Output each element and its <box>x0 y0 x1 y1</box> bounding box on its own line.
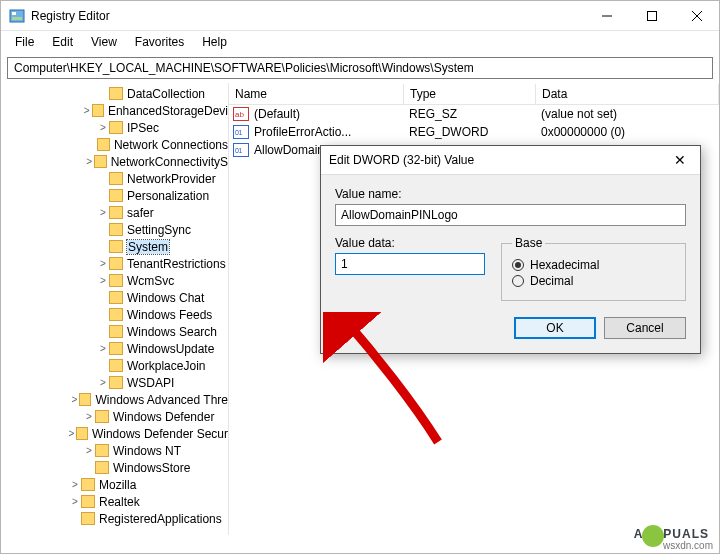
tree-node[interactable]: >Windows Advanced Thre <box>1 391 228 408</box>
value-data-input[interactable] <box>335 253 485 275</box>
menu-help[interactable]: Help <box>194 33 235 51</box>
address-input[interactable] <box>7 57 713 79</box>
tree-label: WindowsStore <box>113 461 190 475</box>
value-type: REG_DWORD <box>407 125 539 139</box>
expand-icon[interactable]: > <box>97 122 109 133</box>
expand-icon[interactable]: > <box>83 411 95 422</box>
svg-rect-1 <box>12 12 16 15</box>
dialog-close-button[interactable]: ✕ <box>668 152 692 168</box>
tree-node[interactable]: Windows Chat <box>1 289 228 306</box>
expand-icon[interactable]: > <box>82 105 92 116</box>
tree-node[interactable]: >NetworkConnectivityS <box>1 153 228 170</box>
radio-hexadecimal[interactable]: Hexadecimal <box>512 258 675 272</box>
tree-node[interactable]: >Windows Defender Secur <box>1 425 228 442</box>
tree-label: Realtek <box>99 495 140 509</box>
radio-decimal[interactable]: Decimal <box>512 274 675 288</box>
tree-node[interactable]: Network Connections <box>1 136 228 153</box>
folder-icon <box>109 121 123 134</box>
expand-icon[interactable]: > <box>83 445 95 456</box>
tree-node[interactable]: >TenantRestrictions <box>1 255 228 272</box>
maximize-button[interactable] <box>629 2 674 30</box>
tree-label: safer <box>127 206 154 220</box>
string-icon <box>233 107 249 121</box>
tree-node[interactable]: >WindowsUpdate <box>1 340 228 357</box>
ok-button[interactable]: OK <box>514 317 596 339</box>
tree-node[interactable]: Windows Search <box>1 323 228 340</box>
svg-rect-2 <box>12 17 22 20</box>
expand-icon[interactable]: > <box>97 377 109 388</box>
column-name[interactable]: Name <box>229 84 404 104</box>
base-group: Base Hexadecimal Decimal <box>501 236 686 301</box>
tree-label: RegisteredApplications <box>99 512 222 526</box>
expand-icon[interactable]: > <box>69 394 79 405</box>
expand-icon[interactable]: > <box>69 496 81 507</box>
tree-label: Windows Defender <box>113 410 214 424</box>
menu-view[interactable]: View <box>83 33 125 51</box>
menu-edit[interactable]: Edit <box>44 33 81 51</box>
tree-node[interactable]: >WSDAPI <box>1 374 228 391</box>
expand-icon[interactable]: > <box>97 343 109 354</box>
expand-icon[interactable]: > <box>67 428 77 439</box>
column-data[interactable]: Data <box>536 84 719 104</box>
column-type[interactable]: Type <box>404 84 536 104</box>
value-name: ProfileErrorActio... <box>252 125 407 139</box>
folder-icon <box>109 308 123 321</box>
expand-icon[interactable]: > <box>97 275 109 286</box>
folder-icon <box>109 189 123 202</box>
window-title: Registry Editor <box>31 9 584 23</box>
tree-node[interactable]: >IPSec <box>1 119 228 136</box>
tree-label: Windows Search <box>127 325 217 339</box>
minimize-button[interactable] <box>584 2 629 30</box>
address-bar <box>1 53 719 83</box>
svg-rect-0 <box>10 10 24 22</box>
tree-node[interactable]: SettingSync <box>1 221 228 238</box>
folder-icon <box>95 410 109 423</box>
tree-node[interactable]: >Windows Defender <box>1 408 228 425</box>
tree-node[interactable]: System <box>1 238 228 255</box>
expand-icon[interactable]: > <box>69 479 81 490</box>
tree-node[interactable]: RegisteredApplications <box>1 510 228 527</box>
tree-node[interactable]: >Mozilla <box>1 476 228 493</box>
watermark-post: PUALS <box>663 527 709 541</box>
value-name-label: Value name: <box>335 187 686 201</box>
dialog-titlebar[interactable]: Edit DWORD (32-bit) Value ✕ <box>321 146 700 175</box>
folder-icon <box>76 427 88 440</box>
value-name-field <box>335 204 686 226</box>
tree-view[interactable]: DataCollection>EnhancedStorageDevi>IPSec… <box>1 83 229 535</box>
tree-label: SettingSync <box>127 223 191 237</box>
svg-rect-4 <box>647 11 656 20</box>
tree-label: Windows Chat <box>127 291 204 305</box>
tree-node[interactable]: WindowsStore <box>1 459 228 476</box>
tree-node[interactable]: Windows Feeds <box>1 306 228 323</box>
cancel-button[interactable]: Cancel <box>604 317 686 339</box>
tree-node[interactable]: DataCollection <box>1 85 228 102</box>
folder-icon <box>109 206 123 219</box>
tree-label: Windows Advanced Thre <box>95 393 228 407</box>
tree-label: System <box>127 240 169 254</box>
value-row[interactable]: ProfileErrorActio...REG_DWORD0x00000000 … <box>229 123 719 141</box>
value-data: (value not set) <box>539 107 719 121</box>
expand-icon[interactable]: > <box>97 207 109 218</box>
folder-icon <box>109 291 123 304</box>
tree-node[interactable]: WorkplaceJoin <box>1 357 228 374</box>
menu-file[interactable]: File <box>7 33 42 51</box>
tree-label: DataCollection <box>127 87 205 101</box>
tree-node[interactable]: >EnhancedStorageDevi <box>1 102 228 119</box>
folder-icon <box>81 478 95 491</box>
tree-node[interactable]: >Windows NT <box>1 442 228 459</box>
expand-icon[interactable]: > <box>97 258 109 269</box>
tree-node[interactable]: >safer <box>1 204 228 221</box>
dialog-title: Edit DWORD (32-bit) Value <box>329 153 668 167</box>
tree-label: WindowsUpdate <box>127 342 214 356</box>
tree-node[interactable]: >WcmSvc <box>1 272 228 289</box>
folder-icon <box>109 376 123 389</box>
expand-icon[interactable]: > <box>84 156 94 167</box>
menu-favorites[interactable]: Favorites <box>127 33 192 51</box>
value-type: REG_SZ <box>407 107 539 121</box>
value-row[interactable]: (Default)REG_SZ(value not set) <box>229 105 719 123</box>
tree-node[interactable]: >Realtek <box>1 493 228 510</box>
tree-node[interactable]: NetworkProvider <box>1 170 228 187</box>
close-button[interactable] <box>674 2 719 30</box>
tree-node[interactable]: Personalization <box>1 187 228 204</box>
title-bar: Registry Editor <box>1 1 719 31</box>
